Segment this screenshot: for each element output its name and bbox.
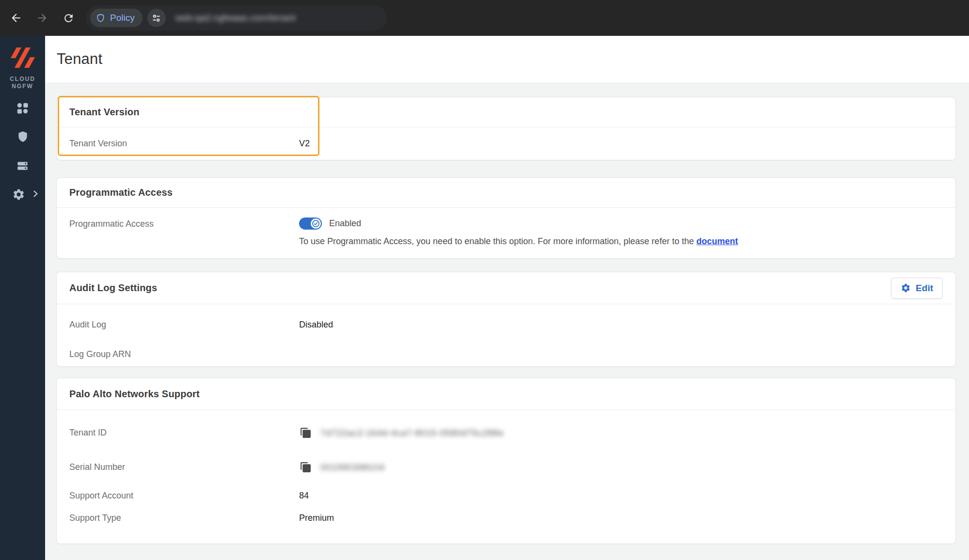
arrow-back-icon [10,12,22,24]
support-account-value: 84 [299,491,309,501]
programmatic-access-card: Programmatic Access Programmatic Access … [56,177,956,259]
copy-tenant-id-button[interactable] [299,427,312,439]
shield-icon [16,130,29,143]
audit-log-settings-card: Audit Log Settings Edit Audit Log Disabl… [56,272,956,367]
sidebar-item-resources[interactable] [12,156,34,175]
site-controls-button[interactable] [147,9,166,27]
page-header: Tenant [45,36,969,82]
edit-button-label: Edit [916,283,933,294]
copy-serial-number-button[interactable] [299,461,312,474]
support-type-value: Premium [299,513,334,523]
serial-number-row: Serial Number 001990398104 [69,450,943,484]
brand-line-2: NGFW [0,83,45,90]
toggle-knob [311,218,321,229]
browser-back-button[interactable] [5,7,27,29]
support-card-header: Palo Alto Networks Support [57,378,955,410]
serial-number-label: Serial Number [69,462,299,472]
tenant-version-card: Tenant Version Tenant Version V2 [56,97,956,160]
browser-address-bar[interactable]: Policy web-qa2.ngfwaas.com/tenant [86,5,387,31]
settings-gear-icon [12,188,25,201]
reload-icon [63,12,75,24]
serial-number-value: 001990398104 [320,462,385,473]
tune-icon [151,13,161,23]
firewall-resources-icon [16,159,29,172]
support-card-title: Palo Alto Networks Support [69,389,200,400]
log-group-arn-row: Log Group ARN [69,340,943,368]
audit-log-value: Disabled [299,320,333,330]
page-title: Tenant [57,50,102,68]
tenant-id-label: Tenant ID [69,428,299,438]
tenant-id-value: 7d722ac2-164d-4ca7-8015-0580d75c288e [320,428,504,438]
description-text: To use Programmatic Access, you need to … [299,236,694,246]
programmatic-access-toggle[interactable] [299,218,322,230]
tenant-id-row: Tenant ID 7d722ac2-164d-4ca7-8015-0580d7… [69,416,943,450]
programmatic-access-label: Programmatic Access [69,218,299,229]
log-group-arn-label: Log Group ARN [69,349,299,359]
sidebar-expand-button[interactable] [31,189,40,200]
tenant-version-card-header: Tenant Version [57,97,955,127]
programmatic-access-card-header: Programmatic Access [57,178,955,208]
check-circle-icon [312,219,320,228]
support-type-label: Support Type [69,513,299,523]
audit-log-card-header: Audit Log Settings Edit [57,272,955,304]
edit-audit-log-button[interactable]: Edit [891,278,943,299]
sidebar-item-dashboard[interactable] [12,98,34,118]
support-type-row: Support Type Premium [69,507,943,529]
address-bar-url[interactable]: web-qa2.ngfwaas.com/tenant [175,13,296,23]
app-sidebar: CLOUD NGFW [0,36,45,560]
sidebar-item-security[interactable] [12,127,34,146]
copy-icon [300,427,312,439]
brand-line-1: CLOUD [0,76,45,83]
programmatic-access-row: Programmatic Access Enabled To use Progr… [69,218,943,247]
apps-grid-icon [16,102,29,115]
shield-outline-icon [95,13,106,23]
palo-alto-networks-logo [10,46,35,71]
audit-log-label: Audit Log [69,320,299,330]
brand-name: CLOUD NGFW [0,76,45,90]
support-account-label: Support Account [69,491,299,501]
document-link[interactable]: document [696,236,738,246]
chevron-right-icon [31,189,40,198]
arrow-forward-icon [36,12,48,24]
programmatic-access-description: To use Programmatic Access, you need to … [299,236,738,247]
programmatic-access-card-title: Programmatic Access [69,187,173,198]
support-account-row: Support Account 84 [69,484,943,507]
sidebar-item-settings[interactable] [7,185,30,204]
tenant-version-label: Tenant Version [69,139,299,149]
audit-log-row: Audit Log Disabled [69,309,943,340]
policy-badge-label: Policy [110,13,135,23]
audit-log-card-title: Audit Log Settings [69,282,157,294]
tenant-version-card-title: Tenant Version [69,107,140,118]
policy-badge[interactable]: Policy [90,9,143,27]
tenant-version-row: Tenant Version V2 [69,127,943,159]
gear-icon [901,283,911,293]
browser-forward-button[interactable] [31,7,53,29]
browser-toolbar: Policy web-qa2.ngfwaas.com/tenant [0,0,969,36]
toggle-status-text: Enabled [329,218,361,229]
tenant-version-value: V2 [299,139,310,149]
copy-icon [300,461,312,473]
support-card: Palo Alto Networks Support Tenant ID 7d7… [56,378,956,544]
browser-reload-button[interactable] [57,7,79,29]
